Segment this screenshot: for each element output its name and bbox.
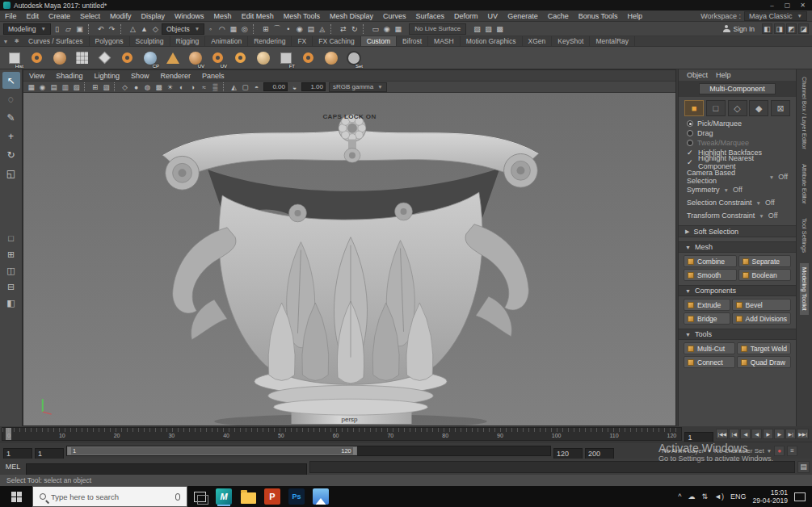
toolkit-menu-item[interactable]: Object: [684, 71, 711, 79]
render-current-frame-icon[interactable]: ▭: [370, 23, 381, 34]
no-live-surface-field[interactable]: No Live Surface: [409, 23, 466, 35]
ipr-render-icon[interactable]: ◉: [381, 23, 392, 34]
snap-curve-icon[interactable]: ⌒: [271, 23, 282, 34]
face-mode-icon[interactable]: ◆: [749, 100, 768, 116]
history-shelf-icon[interactable]: Hist: [4, 48, 24, 68]
2d-pan-zoom-icon[interactable]: ⊞: [90, 82, 100, 92]
shelf-tab[interactable]: Curves / Surfaces: [23, 36, 90, 46]
layout-split-icon[interactable]: ◧: [6, 298, 15, 312]
snap-point-icon[interactable]: •: [283, 23, 293, 34]
shelf-tab[interactable]: Polygons: [90, 36, 130, 46]
sidebar-vertical-tab[interactable]: Attribute Editor: [800, 160, 809, 208]
menu-item[interactable]: Help: [623, 10, 648, 21]
oversampling-icon[interactable]: ▨: [101, 82, 111, 92]
tools-section-header[interactable]: ▼ Tools: [679, 329, 796, 340]
shelf-tab[interactable]: Motion Graphics: [461, 36, 523, 46]
diamond-shelf-icon[interactable]: [95, 48, 115, 68]
menu-item[interactable]: Display: [137, 10, 170, 21]
snap-grid-icon[interactable]: ⊞: [260, 23, 271, 34]
menu-item[interactable]: Curves: [378, 10, 411, 21]
layout-persp-outliner-icon[interactable]: ◫: [6, 266, 15, 280]
step-forward-frame-button[interactable]: ▶: [774, 429, 785, 439]
toolkit-button[interactable]: Multi-Cut: [684, 342, 735, 354]
toggle-channel-box-icon[interactable]: ◩: [786, 23, 797, 34]
select-tool-icon[interactable]: ↖: [2, 72, 20, 89]
torus-shelf-icon[interactable]: [27, 48, 47, 68]
command-result-field[interactable]: [309, 461, 795, 473]
exposure-field[interactable]: 0.00: [263, 82, 288, 91]
notification-center-icon[interactable]: [794, 492, 806, 501]
play-forwards-button[interactable]: ▶: [763, 429, 773, 439]
uv-torus-shelf-icon[interactable]: UV: [208, 48, 228, 68]
screen-space-ao-icon[interactable]: ◑: [187, 82, 198, 92]
camera-attributes-icon[interactable]: ▤: [48, 82, 59, 92]
highlight-nearest-component-option[interactable]: ✓ Highlight Nearest Component: [679, 157, 796, 167]
save-scene-icon[interactable]: ▣: [74, 23, 85, 34]
new-scene-icon[interactable]: ▯: [52, 23, 62, 34]
shelf-gear-icon[interactable]: ✱: [11, 36, 23, 46]
toolkit-button[interactable]: Bridge: [684, 312, 730, 325]
extra-icon-3[interactable]: ▩: [494, 23, 505, 34]
components-section-header[interactable]: ▼ Components: [679, 285, 796, 296]
menu-item[interactable]: File: [0, 10, 22, 21]
toolkit-button[interactable]: Smooth: [684, 269, 737, 281]
render-settings-icon[interactable]: ▦: [393, 23, 403, 34]
taskbar-photos-app[interactable]: [309, 486, 333, 507]
menu-set-dropdown[interactable]: Modeling ▼: [3, 23, 51, 35]
panel-toolbar-icon[interactable]: [223, 82, 226, 91]
menu-item[interactable]: Bonus Tools: [574, 10, 623, 21]
toolkit-button[interactable]: Boolean: [738, 269, 792, 281]
gamma-icon[interactable]: ◒: [289, 82, 300, 92]
play-backwards-button[interactable]: ◀: [751, 429, 762, 439]
range-slider-track[interactable]: 1 120: [66, 446, 551, 456]
pick-marquee-option[interactable]: Pick/Marquee: [679, 119, 796, 128]
shelf-tab[interactable]: XGen: [523, 36, 553, 46]
panel-menu-item[interactable]: View: [23, 72, 50, 80]
toolkit-button[interactable]: Bevel: [732, 299, 792, 311]
vertex-mode-icon[interactable]: □: [706, 100, 726, 116]
script-editor-icon[interactable]: ▤: [797, 461, 810, 473]
menu-item[interactable]: Mesh Display: [325, 10, 378, 21]
motion-blur-icon[interactable]: ≈: [199, 82, 209, 92]
toggle-panel-left-icon[interactable]: ◧: [762, 23, 772, 34]
extra-icon-2[interactable]: ▨: [483, 23, 494, 34]
toolkit-button[interactable]: Combine: [684, 255, 737, 267]
step-forward-key-button[interactable]: ▶|: [785, 429, 796, 439]
scale-tool-icon[interactable]: ◱: [2, 165, 20, 182]
redo-icon[interactable]: ↷: [107, 23, 117, 34]
sphere-shelf-icon[interactable]: [49, 48, 69, 68]
command-language-label[interactable]: MEL: [2, 463, 23, 471]
animation-preferences-icon[interactable]: ≡: [787, 446, 797, 456]
shelf-tab[interactable]: Rendering: [248, 36, 292, 46]
status-line-icon[interactable]: [363, 24, 367, 34]
select-camera-icon[interactable]: ▦: [26, 82, 36, 92]
status-line-icon[interactable]: [253, 24, 257, 34]
drag-option[interactable]: Drag: [679, 128, 796, 138]
taskbar-file-explorer-app[interactable]: [236, 486, 260, 507]
range-slider-bar[interactable]: 1 120: [67, 446, 357, 455]
uv-mode-icon[interactable]: ⊠: [771, 100, 790, 116]
start-button[interactable]: [0, 486, 32, 507]
menu-item[interactable]: Surfaces: [411, 10, 450, 21]
toolkit-button[interactable]: Extrude: [684, 299, 730, 311]
construction-history-icon[interactable]: ↻: [349, 23, 360, 34]
toolkit-button[interactable]: Quad Draw: [737, 356, 791, 368]
layout-single-pane-icon[interactable]: □: [8, 233, 14, 248]
taskbar-photoshop-app[interactable]: Ps: [284, 486, 309, 507]
edge-mode-icon[interactable]: ◇: [728, 100, 747, 116]
snap-projected-center-icon[interactable]: ◉: [294, 23, 305, 34]
extra-icon-1[interactable]: ▧: [472, 23, 482, 34]
shelf-tab[interactable]: MASH: [428, 36, 461, 46]
plane-shelf-icon[interactable]: [72, 48, 92, 68]
selection-mask-dropdown[interactable]: Objects ▼: [162, 23, 204, 35]
shelf-tab[interactable]: Animation: [205, 36, 248, 46]
anim-layer-selector[interactable]: No Anim Layer ▼: [662, 447, 712, 455]
animation-end-field[interactable]: [585, 448, 614, 459]
layout-four-pane-icon[interactable]: ⊞: [7, 249, 15, 264]
mask-handles-icon[interactable]: ◦: [205, 23, 216, 34]
sun-shelf-icon[interactable]: [321, 48, 341, 68]
shelf-tab[interactable]: Bifrost: [397, 36, 428, 46]
menu-item[interactable]: Create: [44, 10, 75, 21]
panel-menu-item[interactable]: Shading: [50, 72, 88, 80]
sidebar-vertical-tab[interactable]: Modeling Toolkit: [800, 263, 809, 315]
